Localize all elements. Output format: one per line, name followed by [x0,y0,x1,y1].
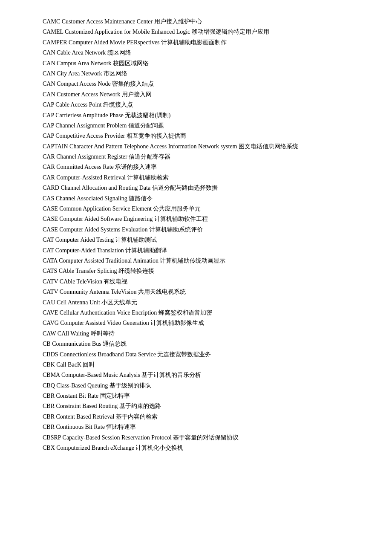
entry-text: CATS CAble Transfer Splicing 纤缆转换连接 [43,268,154,274]
entry-text: CASE Computer Aided Software Engineering… [43,216,208,222]
list-item: CAU Cell Antenna Unit 小区天线单元 [43,298,358,307]
entry-text: CAN Campus Area Network 校园区域网络 [43,60,149,66]
entry-text: CATV Community Antenna TeleVision 共用天线电视… [43,289,186,295]
list-item: CAVE Cellular Authentication Voice Encri… [43,308,358,318]
list-item: CAT Computer Aided Testing 计算机辅助测试 [43,235,358,245]
entry-text: CBR Continuous Bit Rate 恒比特速率 [43,424,136,430]
list-item: CAMC Customer Access Maintenance Center … [43,17,358,26]
list-item: CBR Constant Bit Rate 固定比特率 [43,391,358,401]
list-item: CAR Channel Assignment Register 信道分配寄存器 [43,152,358,162]
list-item: CAP Carrierless Amplitude Phase 无载波幅相(调制… [43,111,358,120]
entry-text: CBSRP Capacity-Based Session Reservation… [43,434,239,441]
list-item: CATA Computer Assisted Traditional Anima… [43,256,358,266]
list-item: CAP Cable Access Point 纤缆接入点 [43,100,358,110]
entry-text: CBMA Computer-Based Music Analysis 基于计算机… [43,372,201,378]
list-item: CAN Cable Area Network 缆区网络 [43,48,358,58]
entry-text: CBR Constraint Based Routing 基于约束的选路 [43,403,161,409]
list-item: CAS Channel Associated Signaling 随路信令 [43,194,358,203]
list-item: CAP Channel Assignment Problem 信道分配问题 [43,121,358,130]
entry-text: CAR Computer-Assisted Retrieval 计算机辅助检索 [43,174,169,181]
entry-text: CAN Compact Access Node 密集的接入结点 [43,81,154,87]
entry-text: CAMEL Customized Application for Mobile … [43,29,269,35]
entry-text: CAT Computer-Aided Translation 计算机辅助翻译 [43,247,167,254]
list-item: CBR Content Based Retrieval 基于内容的检索 [43,412,358,422]
entry-text: CAW CAll Waiting 呼叫等待 [43,330,115,337]
entry-text: CAR Channel Assignment Register 信道分配寄存器 [43,153,170,160]
entry-text: CBK Call BacK 回叫 [43,361,95,368]
entry-text: CAMPER Computer Aided Movie PERspectives… [43,39,227,46]
list-item: CARD Channel Allocation and Routing Data… [43,183,358,193]
entry-text: CAVG Computer Assisted Video Generation … [43,320,204,326]
list-item: CAVG Computer Assisted Video Generation … [43,318,358,328]
list-item: CATV CAble TeleVision 有线电视 [43,277,358,286]
list-item: CASE Computer Aided Software Engineering… [43,214,358,224]
entry-text: CBQ Class-Based Queuing 基于级别的排队 [43,382,151,389]
entry-text: CAU Cell Antenna Unit 小区天线单元 [43,299,137,306]
list-item: CASE Common Application Service Element … [43,204,358,214]
entry-text: CAT Computer Aided Testing 计算机辅助测试 [43,237,157,243]
list-item: CBX Computerized Branch eXchange 计算机化小交换… [43,443,358,453]
list-item: CAMPER Computer Aided Movie PERspectives… [43,38,358,47]
entry-text: CB Communication Bus 通信总线 [43,341,127,347]
list-item: CAT Computer-Aided Translation 计算机辅助翻译 [43,246,358,255]
list-item: CAR Committed Access Rate 承诺的接入速率 [43,162,358,172]
entry-text: CAS Channel Associated Signaling 随路信令 [43,195,153,202]
entry-text: CBR Content Based Retrieval 基于内容的检索 [43,413,158,420]
list-item: CBR Constraint Based Routing 基于约束的选路 [43,402,358,411]
list-item: CAPTAIN Character And Pattern Telephone … [43,142,358,151]
list-item: CAW CAll Waiting 呼叫等待 [43,329,358,338]
list-item: CAN Compact Access Node 密集的接入结点 [43,79,358,89]
list-item: CBMA Computer-Based Music Analysis 基于计算机… [43,370,358,380]
entry-text: CARD Channel Allocation and Routing Data… [43,185,218,191]
entry-text: CBR Constant Bit Rate 固定比特率 [43,393,130,399]
list-item: CAMEL Customized Application for Mobile … [43,27,358,37]
entry-text: CAR Committed Access Rate 承诺的接入速率 [43,164,157,170]
entry-text: CBDS Connectionless Broadband Data Servi… [43,351,211,358]
entry-text: CAN Cable Area Network 缆区网络 [43,49,131,56]
entry-text: CATV CAble TeleVision 有线电视 [43,278,128,285]
entry-text: CAN Customer Access Network 用户接入网 [43,91,152,98]
list-item: CBQ Class-Based Queuing 基于级别的排队 [43,381,358,390]
entry-text: CAVE Cellular Authentication Voice Encri… [43,309,212,316]
list-item: CBDS Connectionless Broadband Data Servi… [43,350,358,359]
entry-text: CASE Common Application Service Element … [43,205,201,212]
list-item: CB Communication Bus 通信总线 [43,339,358,349]
entry-text: CAN City Area Network 市区网络 [43,70,127,77]
list-item: CBK Call BacK 回叫 [43,360,358,370]
entry-text: CAP Competitive Access Provider 相互竞争的接入提… [43,133,186,139]
entry-text: CASE Computer Aided Systems Evaluation 计… [43,226,203,233]
list-item: CASE Computer Aided Systems Evaluation 计… [43,225,358,234]
list-item: CBR Continuous Bit Rate 恒比特速率 [43,422,358,432]
entry-text: CAMC Customer Access Maintenance Center … [43,18,202,25]
entry-text: CBX Computerized Branch eXchange 计算机化小交换… [43,445,184,451]
entry-text: CATA Computer Assisted Traditional Anima… [43,257,225,264]
entry-text: CAP Cable Access Point 纤缆接入点 [43,101,133,108]
list-item: CAN Campus Area Network 校园区域网络 [43,59,358,68]
entry-text: CAP Carrierless Amplitude Phase 无载波幅相(调制… [43,112,170,119]
entry-text: CAP Channel Assignment Problem 信道分配问题 [43,122,164,129]
list-item: CAP Competitive Access Provider 相互竞争的接入提… [43,131,358,141]
list-item: CATS CAble Transfer Splicing 纤缆转换连接 [43,266,358,276]
list-item: CATV Community Antenna TeleVision 共用天线电视… [43,287,358,297]
content-area: CAMC Customer Access Maintenance Center … [43,17,358,453]
list-item: CBSRP Capacity-Based Session Reservation… [43,433,358,442]
list-item: CAR Computer-Assisted Retrieval 计算机辅助检索 [43,173,358,182]
entry-text: CAPTAIN Character And Pattern Telephone … [43,143,298,150]
list-item: CAN Customer Access Network 用户接入网 [43,90,358,99]
list-item: CAN City Area Network 市区网络 [43,69,358,78]
